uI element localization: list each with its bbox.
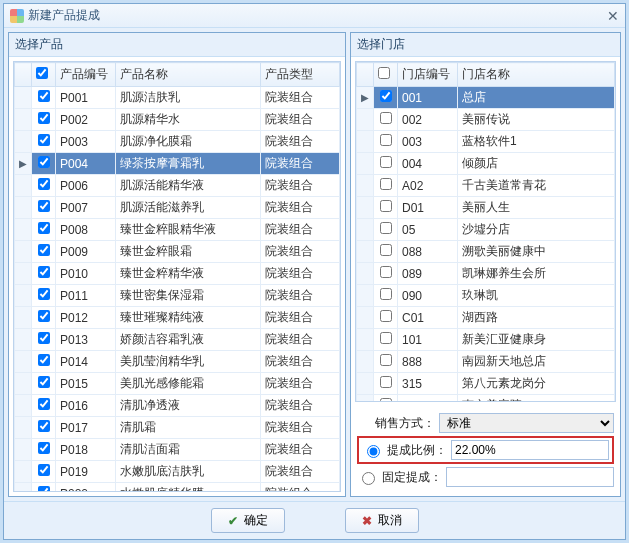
row-checkbox[interactable] [38,112,50,124]
row-checkbox[interactable] [38,310,50,322]
table-row[interactable]: P016清肌净透液院装组合 [15,395,340,417]
row-checkbox-cell[interactable] [32,373,56,395]
table-row[interactable]: 315第八元素龙岗分 [357,373,615,395]
row-checkbox-cell[interactable] [32,307,56,329]
row-checkbox-cell[interactable] [32,87,56,109]
cancel-button[interactable]: ✖ 取消 [345,508,419,533]
table-row[interactable]: ▶001总店 [357,87,615,109]
row-checkbox-cell[interactable] [32,395,56,417]
row-checkbox[interactable] [380,244,392,256]
table-row[interactable]: P013娇颜洁容霜乳液院装组合 [15,329,340,351]
row-checkbox[interactable] [38,420,50,432]
product-col-type[interactable]: 产品类型 [261,63,340,87]
close-icon[interactable]: ✕ [607,8,619,24]
row-checkbox-cell[interactable] [32,417,56,439]
row-checkbox-cell[interactable] [32,197,56,219]
row-checkbox-cell[interactable] [32,219,56,241]
table-row[interactable]: 101新美汇亚健康身 [357,329,615,351]
table-row[interactable]: P017清肌霜院装组合 [15,417,340,439]
row-checkbox-cell[interactable] [32,263,56,285]
row-checkbox[interactable] [38,288,50,300]
table-row[interactable]: 004倾颜店 [357,153,615,175]
table-row[interactable]: P010臻世金粹精华液院装组合 [15,263,340,285]
row-checkbox-cell[interactable] [374,175,398,197]
table-row[interactable]: P003肌源净化膜霜院装组合 [15,131,340,153]
row-checkbox[interactable] [380,310,392,322]
table-row[interactable]: 089凯琳娜养生会所 [357,263,615,285]
table-row[interactable]: A02千古美道常青花 [357,175,615,197]
row-checkbox[interactable] [380,332,392,344]
product-col-checkbox-header[interactable] [32,63,56,87]
row-checkbox[interactable] [380,354,392,366]
row-checkbox-cell[interactable] [374,395,398,403]
row-checkbox[interactable] [38,222,50,234]
row-checkbox-cell[interactable] [374,329,398,351]
sales-mode-select[interactable]: 标准 [439,413,614,433]
row-checkbox-cell[interactable] [374,197,398,219]
product-checkall[interactable] [36,67,48,79]
ratio-label[interactable]: 提成比例： [387,442,447,459]
row-checkbox[interactable] [38,332,50,344]
table-row[interactable]: P012臻世璀璨精纯液院装组合 [15,307,340,329]
row-checkbox[interactable] [38,178,50,190]
store-grid-wrapper[interactable]: 门店编号 门店名称 ▶001总店002美丽传说003蓝格软件1004倾颜店A02… [355,61,616,402]
table-row[interactable]: 088溯歌美丽健康中 [357,241,615,263]
row-checkbox[interactable] [38,486,50,492]
row-checkbox[interactable] [380,90,392,102]
row-checkbox[interactable] [38,266,50,278]
row-checkbox[interactable] [38,376,50,388]
row-checkbox[interactable] [38,244,50,256]
table-row[interactable]: C01湖西路 [357,307,615,329]
product-col-name[interactable]: 产品名称 [116,63,261,87]
row-checkbox-cell[interactable] [374,87,398,109]
row-checkbox[interactable] [380,288,392,300]
ok-button[interactable]: ✔ 确定 [211,508,285,533]
row-checkbox[interactable] [38,134,50,146]
ratio-input[interactable] [451,440,609,460]
row-checkbox[interactable] [380,156,392,168]
product-grid-wrapper[interactable]: 产品编号 产品名称 产品类型 P001肌源洁肤乳院装组合P002肌源精华水院装组… [13,61,341,492]
row-checkbox[interactable] [38,354,50,366]
table-row[interactable]: P020水嫩肌底精华膜院装组合 [15,483,340,493]
table-row[interactable]: P015美肌光感修能霜院装组合 [15,373,340,395]
table-row[interactable]: P009臻世金粹眼霜院装组合 [15,241,340,263]
table-row[interactable]: 888南园新天地总店 [357,351,615,373]
table-row[interactable]: P007肌源活能滋养乳院装组合 [15,197,340,219]
row-checkbox-cell[interactable] [374,241,398,263]
store-col-code[interactable]: 门店编号 [398,63,458,87]
row-checkbox-cell[interactable] [374,373,398,395]
table-row[interactable]: ▶P004绿茶按摩膏霜乳院装组合 [15,153,340,175]
row-checkbox-cell[interactable] [32,329,56,351]
table-row[interactable]: P008臻世金粹眼精华液院装组合 [15,219,340,241]
row-checkbox-cell[interactable] [32,131,56,153]
row-checkbox[interactable] [380,112,392,124]
fixed-label[interactable]: 固定提成： [382,469,442,486]
row-checkbox[interactable] [380,178,392,190]
row-checkbox[interactable] [38,200,50,212]
row-checkbox[interactable] [38,442,50,454]
table-row[interactable]: 003蓝格软件1 [357,131,615,153]
table-row[interactable]: P002肌源精华水院装组合 [15,109,340,131]
store-checkall[interactable] [378,67,390,79]
row-checkbox[interactable] [38,464,50,476]
row-checkbox[interactable] [380,134,392,146]
table-row[interactable]: P014美肌莹润精华乳院装组合 [15,351,340,373]
row-checkbox-cell[interactable] [32,241,56,263]
row-checkbox[interactable] [380,398,392,402]
table-row[interactable]: P011臻世密集保湿霜院装组合 [15,285,340,307]
row-checkbox-cell[interactable] [374,219,398,241]
row-checkbox[interactable] [380,222,392,234]
row-checkbox[interactable] [380,200,392,212]
store-col-name[interactable]: 门店名称 [458,63,615,87]
row-checkbox[interactable] [38,156,50,168]
row-checkbox-cell[interactable] [32,285,56,307]
row-checkbox-cell[interactable] [32,439,56,461]
table-row[interactable]: 318南京美容院 [357,395,615,403]
row-checkbox[interactable] [38,90,50,102]
row-checkbox-cell[interactable] [374,285,398,307]
table-row[interactable]: 05沙墟分店 [357,219,615,241]
table-row[interactable]: P019水嫩肌底洁肤乳院装组合 [15,461,340,483]
row-checkbox-cell[interactable] [32,461,56,483]
row-checkbox-cell[interactable] [32,175,56,197]
row-checkbox-cell[interactable] [374,153,398,175]
